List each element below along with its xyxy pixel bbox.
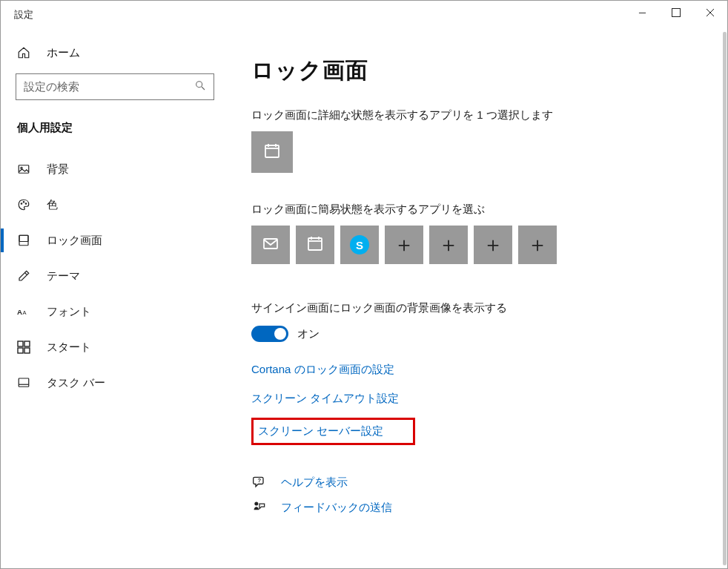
minimize-icon [638, 9, 646, 17]
sidebar-item-colors[interactable]: 色 [1, 187, 229, 223]
maximize-icon [672, 8, 681, 17]
svg-text:A: A [17, 308, 22, 316]
svg-point-7 [21, 203, 22, 205]
svg-rect-17 [24, 348, 30, 353]
image-icon [17, 162, 30, 176]
link-feedback[interactable]: フィードバックの送信 [281, 501, 392, 515]
minimize-button[interactable] [625, 1, 659, 24]
detail-status-app-tile[interactable] [251, 131, 293, 173]
theme-icon [17, 269, 30, 283]
help-icon: ? [251, 475, 268, 490]
search-icon [194, 79, 206, 94]
maximize-button[interactable] [659, 1, 693, 24]
quick-status-tile-calendar[interactable] [296, 226, 334, 264]
svg-point-36 [254, 502, 258, 506]
svg-rect-16 [18, 348, 23, 353]
settings-window: 設定 ホーム [0, 0, 728, 569]
sidebar-item-lock-screen[interactable]: ロック画面 [1, 223, 229, 258]
mail-icon [262, 234, 279, 255]
sidebar-item-label: 背景 [47, 162, 69, 177]
show-background-toggle[interactable] [251, 326, 288, 342]
sidebar-item-label: フォント [47, 305, 91, 319]
sidebar-item-label: 色 [47, 198, 58, 212]
link-help[interactable]: ヘルプを表示 [281, 476, 348, 490]
svg-rect-20 [265, 145, 279, 157]
svg-point-3 [196, 82, 202, 88]
quick-status-add-slot[interactable]: ＋ [518, 226, 557, 264]
quick-status-tile-skype[interactable]: S [340, 226, 379, 264]
link-screensaver[interactable]: スクリーン セーバー設定 [258, 424, 383, 438]
window-title: 設定 [14, 8, 33, 22]
plus-icon: ＋ [527, 234, 548, 255]
svg-point-9 [25, 203, 27, 205]
svg-rect-30 [264, 239, 277, 249]
detail-status-tile-row [251, 131, 705, 173]
search-input[interactable]: 設定の検索 [16, 73, 214, 100]
palette-icon [17, 198, 30, 211]
start-icon [17, 341, 30, 354]
svg-rect-15 [24, 341, 30, 346]
sidebar-item-label: タスク バー [47, 376, 105, 390]
screensaver-highlight: スクリーン セーバー設定 [251, 418, 415, 445]
home-label: ホーム [47, 46, 80, 60]
body: ホーム 設定の検索 個人用設定 [1, 29, 727, 568]
sidebar-item-label: スタート [47, 341, 91, 355]
lock-screen-icon [17, 234, 30, 247]
home-icon [17, 46, 30, 59]
quick-status-tile-mail[interactable] [251, 226, 290, 264]
help-row: ? ヘルプを表示 [251, 475, 705, 490]
title-bar: 設定 [1, 1, 727, 29]
svg-line-4 [202, 87, 205, 90]
plus-icon: ＋ [438, 234, 459, 255]
content-pane: ロック画面 ロック画面に詳細な状態を表示するアプリを 1 つ選択します [229, 29, 727, 568]
svg-rect-10 [19, 235, 28, 246]
vertical-scrollbar[interactable] [723, 32, 727, 565]
sidebar-item-label: テーマ [47, 269, 80, 283]
skype-icon: S [350, 235, 369, 254]
calendar-icon [263, 142, 281, 162]
plus-icon: ＋ [394, 234, 414, 255]
close-button[interactable] [693, 1, 727, 24]
quick-status-heading: ロック画面に簡易状態を表示するアプリを選ぶ [251, 203, 705, 217]
toggle-label: サインイン画面にロック画面の背景画像を表示する [251, 301, 705, 315]
home-button[interactable]: ホーム [1, 35, 229, 70]
calendar-icon [306, 234, 324, 255]
sidebar-item-label: ロック画面 [47, 234, 102, 248]
font-icon: A A [17, 305, 30, 318]
svg-text:A: A [23, 309, 27, 316]
sidebar: ホーム 設定の検索 個人用設定 [1, 29, 229, 568]
toggle-state-text: オン [297, 327, 320, 341]
quick-status-add-slot[interactable]: ＋ [385, 226, 423, 264]
svg-rect-18 [19, 378, 29, 387]
quick-status-tile-row: S ＋ ＋ ＋ ＋ [251, 226, 705, 264]
svg-text:?: ? [258, 477, 262, 484]
taskbar-icon [17, 376, 30, 389]
window-buttons [625, 1, 727, 24]
svg-rect-31 [308, 238, 322, 250]
sidebar-item-themes[interactable]: テーマ [1, 258, 229, 294]
quick-status-add-slot[interactable]: ＋ [429, 226, 468, 264]
svg-rect-14 [18, 341, 23, 346]
close-icon [706, 8, 715, 17]
feedback-row: フィードバックの送信 [251, 500, 705, 515]
detail-status-heading: ロック画面に詳細な状態を表示するアプリを 1 つ選択します [251, 108, 705, 122]
section-title: 個人用設定 [1, 114, 229, 151]
search-placeholder: 設定の検索 [24, 80, 194, 94]
page-title: ロック画面 [251, 56, 705, 86]
plus-icon: ＋ [483, 234, 503, 255]
sidebar-item-taskbar[interactable]: タスク バー [1, 365, 229, 401]
toggle-row: オン [251, 326, 705, 342]
sidebar-item-fonts[interactable]: A A フォント [1, 294, 229, 329]
quick-status-add-slot[interactable]: ＋ [474, 226, 512, 264]
search-wrap: 設定の検索 [16, 73, 214, 100]
link-screen-timeout[interactable]: スクリーン タイムアウト設定 [251, 392, 399, 406]
link-cortana-lock[interactable]: Cortana のロック画面の設定 [251, 363, 394, 377]
sidebar-item-background[interactable]: 背景 [1, 151, 229, 187]
feedback-icon [251, 500, 268, 515]
toggle-knob [274, 328, 286, 340]
svg-rect-11 [19, 235, 28, 241]
sidebar-item-start[interactable]: スタート [1, 329, 229, 365]
svg-point-8 [23, 202, 24, 203]
svg-rect-5 [19, 165, 29, 174]
